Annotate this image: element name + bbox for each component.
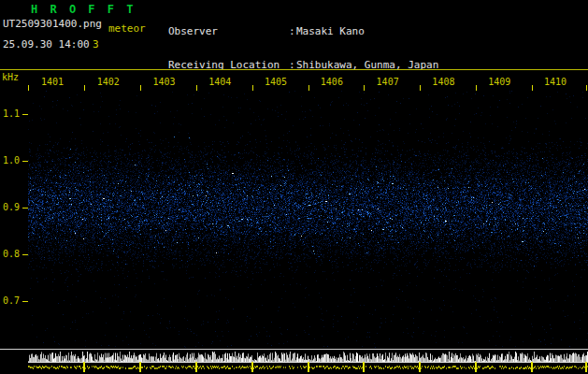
freq-tick-label: 1.0 (3, 156, 20, 165)
info-value: Masaki Kano (296, 25, 365, 37)
time-tick-label: 1406 (321, 78, 343, 87)
freq-tick-label: 1.1 (3, 109, 20, 119)
time-tick-label: 1407 (377, 78, 399, 87)
header-divider (0, 69, 588, 70)
time-tick-label: 1404 (208, 78, 231, 87)
freq-tick-label: 0.8 (3, 250, 20, 259)
output-filename: UT2509301400.png (3, 19, 102, 30)
info-row-observer: Observer:Masaki Kano (168, 26, 507, 37)
datetime-label: 25.09.30 14:00 (3, 39, 90, 50)
time-axis-labels: 1401 1402 1403 1404 1405 1406 1407 1408 … (41, 78, 566, 87)
time-tick-label: 1410 (544, 78, 566, 87)
hrofft-output-window: H R O F F T UT2509301400.png meteor 25.0… (0, 0, 588, 374)
spectrogram-canvas (28, 91, 588, 348)
info-separator: : (289, 26, 296, 37)
app-title: H R O F F T (31, 3, 136, 16)
time-tick-label: 1405 (265, 78, 287, 87)
signal-level-strip-canvas (0, 350, 588, 374)
time-tick-label: 1409 (488, 78, 510, 87)
freq-tick-label: 0.7 (3, 296, 20, 306)
info-label: Observer (168, 26, 289, 37)
freq-tick-label: 0.9 (3, 203, 20, 212)
freq-unit-label: kHz (2, 73, 19, 82)
time-tick-label: 1408 (432, 78, 454, 87)
band-mode-label: meteor (108, 23, 146, 35)
echo-count: 3 (93, 39, 99, 50)
time-tick-label: 1401 (41, 78, 64, 87)
time-tick-label: 1403 (153, 78, 176, 87)
time-tick-label: 1402 (97, 78, 120, 87)
